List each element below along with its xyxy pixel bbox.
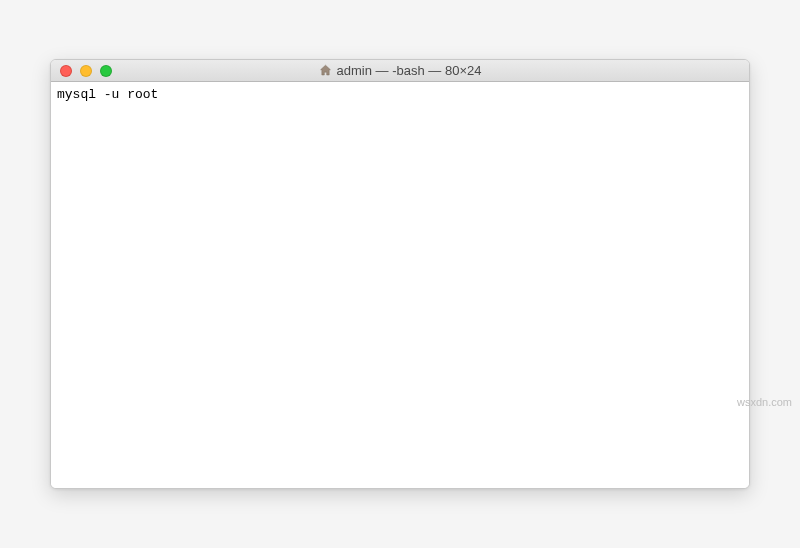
- window-titlebar[interactable]: admin — -bash — 80×24: [51, 60, 749, 82]
- close-button[interactable]: [60, 65, 72, 77]
- title-area: admin — -bash — 80×24: [51, 60, 749, 81]
- terminal-body[interactable]: mysql -u root: [51, 82, 749, 488]
- traffic-lights: [51, 65, 112, 77]
- home-icon: [319, 64, 332, 77]
- minimize-button[interactable]: [80, 65, 92, 77]
- terminal-window: admin — -bash — 80×24 mysql -u root: [50, 59, 750, 489]
- terminal-line: mysql -u root: [57, 86, 743, 104]
- window-title: admin — -bash — 80×24: [337, 63, 482, 78]
- watermark-text: wsxdn.com: [737, 396, 792, 408]
- zoom-button[interactable]: [100, 65, 112, 77]
